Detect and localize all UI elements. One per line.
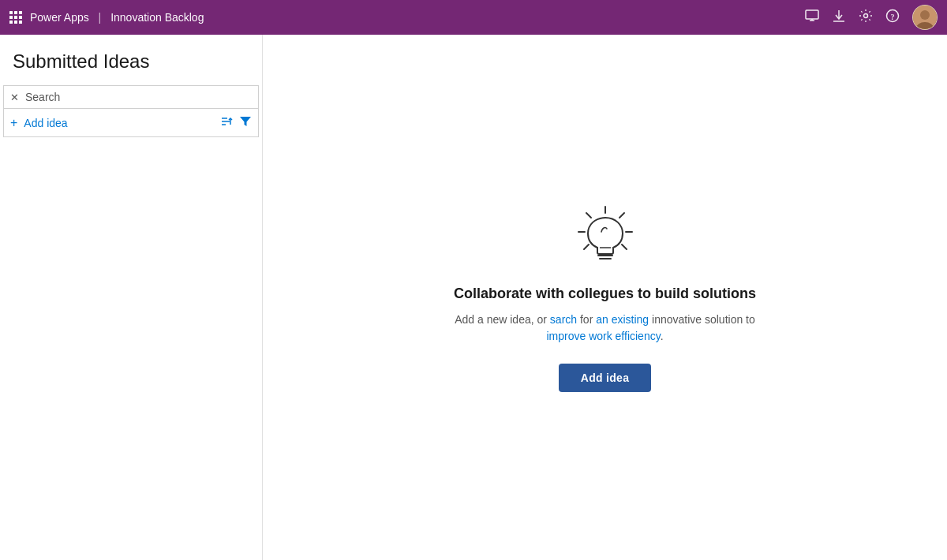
lightbulb-icon <box>574 203 637 267</box>
nav-bar: Power Apps | Innovation Backlog <box>0 0 947 35</box>
svg-line-22 <box>622 245 627 249</box>
nav-separator: | <box>99 11 102 24</box>
svg-text:?: ? <box>891 13 895 21</box>
svg-rect-0 <box>806 10 818 19</box>
improve-link[interactable]: improve work efficiency <box>546 330 660 342</box>
existing-link[interactable]: an existing <box>596 313 649 326</box>
help-icon[interactable]: ? <box>885 9 900 26</box>
add-idea-label[interactable]: Add idea <box>24 117 220 129</box>
screen-icon[interactable] <box>805 9 819 26</box>
empty-state-title: Collaborate with collegues to build solu… <box>454 286 756 302</box>
empty-state: Collaborate with collegues to build solu… <box>440 203 771 392</box>
download-icon[interactable] <box>832 9 846 26</box>
settings-icon[interactable] <box>859 9 873 26</box>
svg-line-21 <box>584 245 589 249</box>
add-plus-icon[interactable]: + <box>10 116 17 130</box>
svg-line-17 <box>586 213 591 218</box>
add-idea-button[interactable]: Add idea <box>559 364 652 392</box>
clear-search-icon[interactable]: ✕ <box>10 91 19 103</box>
sort-icon[interactable] <box>220 115 233 130</box>
nav-right: ? <box>805 5 938 30</box>
avatar[interactable] <box>912 5 938 30</box>
grid-icon[interactable] <box>9 11 22 24</box>
filter-icon[interactable] <box>239 115 252 130</box>
page-title: Submitted Ideas <box>0 35 262 85</box>
nav-left: Power Apps | Innovation Backlog <box>9 11 204 24</box>
search-link[interactable]: sarch <box>550 313 577 326</box>
nav-title: Power Apps | Innovation Backlog <box>30 11 204 24</box>
add-idea-row: + Add idea <box>3 109 259 137</box>
sidebar: Submitted Ideas ✕ Search + Add idea <box>0 35 263 560</box>
svg-point-9 <box>920 10 930 20</box>
svg-point-5 <box>864 14 868 18</box>
search-bar[interactable]: ✕ Search <box>3 85 259 109</box>
main-layout: Submitted Ideas ✕ Search + Add idea <box>0 35 947 560</box>
search-label: Search <box>25 91 252 103</box>
add-idea-actions <box>220 115 252 130</box>
main-content: Collaborate with collegues to build solu… <box>263 35 947 560</box>
svg-marker-15 <box>240 117 251 126</box>
avatar-image <box>912 5 938 30</box>
svg-line-18 <box>619 213 624 218</box>
empty-state-description: Add a new idea, or sarch for an existing… <box>440 312 771 345</box>
